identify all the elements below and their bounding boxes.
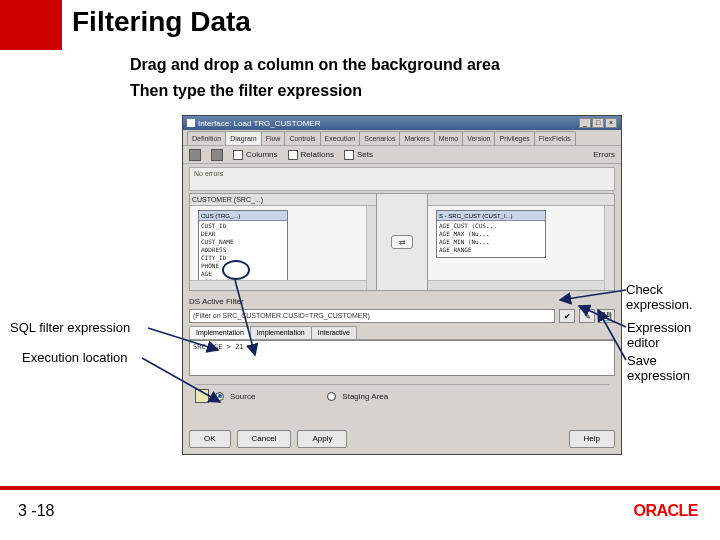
source-table-box[interactable]: S - SRC_CUST (CUST_I...) AGE_CUST (CUS..… bbox=[436, 210, 546, 258]
top-tab[interactable]: Version bbox=[462, 131, 495, 145]
oracle-logo: ORACLE bbox=[633, 502, 698, 520]
close-button[interactable]: × bbox=[605, 118, 617, 128]
top-tabbar: DefinitionDiagramFlowControlsExecutionSc… bbox=[183, 130, 621, 146]
annot-check-expression: Check expression. bbox=[626, 282, 720, 312]
column-row[interactable]: AGE_CUST (CUS... bbox=[439, 222, 543, 230]
app-icon bbox=[187, 119, 195, 127]
relations-checkbox[interactable] bbox=[288, 150, 298, 160]
slide-number: 3 -18 bbox=[18, 502, 54, 520]
bottom-accent-bar bbox=[0, 486, 720, 490]
save-expression-button[interactable]: 💾 bbox=[599, 309, 615, 323]
source-panel: S - SRC_CUST (CUST_I...) AGE_CUST (CUS..… bbox=[427, 193, 615, 291]
target-table-head: CUS (TRG_...) bbox=[199, 211, 287, 221]
divider bbox=[195, 384, 609, 385]
subtab[interactable]: Implementation bbox=[189, 326, 251, 339]
expression-editor-button[interactable]: ✎ bbox=[579, 309, 595, 323]
sql-filter-expression[interactable]: SRC_AGE > 21 bbox=[189, 340, 615, 376]
active-filter-field[interactable]: (Filter on SRC_CUSTOMER.CUSID=TRG_CUSTOM… bbox=[189, 309, 555, 323]
column-row[interactable]: AGE_MIN (Nu... bbox=[439, 238, 543, 246]
radio-source-label: Source bbox=[230, 392, 255, 401]
cancel-button[interactable]: Cancel bbox=[237, 430, 292, 448]
button-row: OK Cancel Apply Help bbox=[189, 430, 615, 448]
sets-label: Sets bbox=[357, 150, 373, 159]
execution-location-row: Source Staging Area bbox=[195, 389, 609, 403]
toolbar: Columns Relations Sets Errors bbox=[183, 146, 621, 164]
layout-icon[interactable] bbox=[211, 149, 223, 161]
titlebar: Interface: Load TRG_CUSTOMER _ □ × bbox=[183, 116, 621, 130]
source-table-head: S - SRC_CUST (CUST_I...) bbox=[437, 211, 545, 221]
annot-sql-filter-expression: SQL filter expression bbox=[10, 320, 130, 335]
columns-checkbox[interactable] bbox=[233, 150, 243, 160]
slide-subtitle-1: Drag and drop a column on the background… bbox=[130, 56, 500, 74]
column-row[interactable]: AGE_MAX (Nu... bbox=[439, 230, 543, 238]
target-panel-head: CUSTOMER (SRC_...) bbox=[190, 194, 376, 206]
source-table-rows[interactable]: AGE_CUST (CUS...AGE_MAX (Nu...AGE_MIN (N… bbox=[437, 221, 545, 255]
app-window: Interface: Load TRG_CUSTOMER _ □ × Defin… bbox=[182, 115, 622, 455]
source-panel-head bbox=[428, 194, 614, 206]
annot-execution-location: Execution location bbox=[22, 350, 128, 365]
diagram-area[interactable]: CUSTOMER (SRC_...) CUS (TRG_...) CUST_ID… bbox=[189, 193, 615, 291]
scrollbar-v[interactable] bbox=[366, 206, 376, 290]
top-tab[interactable]: Memo bbox=[434, 131, 463, 145]
sets-checkbox[interactable] bbox=[344, 150, 354, 160]
top-tab[interactable]: Controls bbox=[284, 131, 320, 145]
target-panel: CUSTOMER (SRC_...) CUS (TRG_...) CUST_ID… bbox=[189, 193, 377, 291]
slide-title: Filtering Data bbox=[72, 6, 251, 38]
top-tab[interactable]: Privileges bbox=[494, 131, 534, 145]
scrollbar-h[interactable] bbox=[190, 280, 366, 290]
relations-label: Relations bbox=[301, 150, 334, 159]
top-tab[interactable]: Execution bbox=[320, 131, 361, 145]
ok-button[interactable]: OK bbox=[189, 430, 231, 448]
help-button[interactable]: Help bbox=[569, 430, 615, 448]
target-panel-title: CUSTOMER (SRC_...) bbox=[192, 196, 263, 203]
accent-block bbox=[0, 0, 62, 50]
lower-pane: DS Active Filter (Filter on SRC_CUSTOMER… bbox=[189, 297, 615, 403]
column-row[interactable]: DEAR bbox=[201, 230, 285, 238]
apply-button[interactable]: Apply bbox=[297, 430, 347, 448]
window-title: Interface: Load TRG_CUSTOMER bbox=[198, 119, 320, 128]
top-tab[interactable]: Scenarios bbox=[359, 131, 400, 145]
subtabs: ImplementationImplementationInteractive bbox=[189, 326, 615, 340]
annot-save-expression: Save expression bbox=[627, 353, 720, 383]
slide-subtitle-2: Then type the filter expression bbox=[130, 82, 362, 100]
radio-staging-label: Staging Area bbox=[342, 392, 388, 401]
column-row[interactable]: AGE_RANGE bbox=[439, 246, 543, 254]
check-expression-button[interactable]: ✔ bbox=[559, 309, 575, 323]
top-tab[interactable]: Flow bbox=[261, 131, 286, 145]
maximize-button[interactable]: □ bbox=[592, 118, 604, 128]
active-filter-label: DS Active Filter bbox=[189, 297, 244, 306]
callout-oval bbox=[222, 260, 250, 280]
scrollbar-v[interactable] bbox=[604, 206, 614, 290]
columns-label: Columns bbox=[246, 150, 278, 159]
column-row[interactable]: ADDRESS bbox=[201, 246, 285, 254]
scrollbar-h[interactable] bbox=[428, 280, 604, 290]
top-tab[interactable]: Markers bbox=[399, 131, 434, 145]
link-icon[interactable]: ⇄ bbox=[391, 235, 413, 249]
radio-staging[interactable] bbox=[327, 392, 336, 401]
top-tab[interactable]: Diagram bbox=[225, 131, 261, 145]
exec-icon bbox=[195, 389, 209, 403]
column-row[interactable]: CUST_NAME bbox=[201, 238, 285, 246]
top-tab[interactable]: FlexFields bbox=[534, 131, 576, 145]
subtab[interactable]: Interactive bbox=[311, 326, 357, 339]
annot-expression-editor: Expression editor bbox=[627, 320, 720, 350]
link-area: ⇄ bbox=[377, 193, 427, 291]
radio-source[interactable] bbox=[215, 392, 224, 401]
diagram-icon[interactable] bbox=[189, 149, 201, 161]
minimize-button[interactable]: _ bbox=[579, 118, 591, 128]
errors-label: Errors bbox=[593, 150, 615, 159]
error-box: No errors bbox=[189, 167, 615, 191]
top-tab[interactable]: Definition bbox=[187, 131, 226, 145]
column-row[interactable]: CUST_ID bbox=[201, 222, 285, 230]
subtab[interactable]: Implementation bbox=[250, 326, 312, 339]
